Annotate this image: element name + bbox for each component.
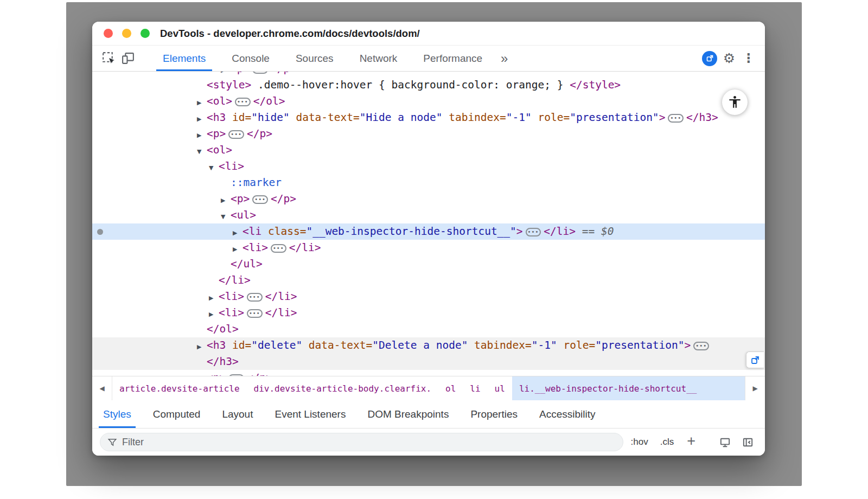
square-arrow-badge-icon[interactable] [700, 49, 719, 68]
settings-icon[interactable]: ⚙ [719, 49, 739, 68]
ellipsis-button[interactable]: ••• [668, 114, 684, 123]
sidebar-toggle-icon[interactable] [738, 432, 757, 452]
inspect-element-icon[interactable] [99, 49, 118, 68]
code-token: "hide" [251, 111, 289, 124]
close-button[interactable] [104, 29, 113, 38]
code-token: </p> [247, 127, 272, 140]
collapse-arrow-icon[interactable]: ▼ [197, 144, 207, 160]
collapse-arrow-icon[interactable]: ▼ [221, 209, 231, 225]
expand-arrow-icon[interactable]: ▶ [233, 225, 242, 241]
element-classes-button[interactable]: .cls [656, 437, 679, 447]
dom-node[interactable]: ▶<li>•••</li> [92, 289, 765, 305]
breadcrumb-item-li[interactable]: li [463, 376, 487, 400]
toggle-hover-state-button[interactable]: :hov [627, 437, 653, 447]
ellipsis-button[interactable]: ••• [228, 130, 244, 139]
sidebar-tab-event-listeners[interactable]: Event Listeners [264, 400, 356, 428]
expand-arrow-icon[interactable]: ▶ [233, 241, 242, 258]
square-arrow-float-icon[interactable] [746, 351, 764, 368]
expand-arrow-icon[interactable]: ▶ [209, 290, 219, 306]
code-token: > [659, 111, 666, 124]
code-token: class= [261, 225, 306, 238]
filter-input[interactable] [122, 437, 616, 448]
dom-node[interactable]: ▶<p>•••</p> [92, 370, 765, 376]
sidebar-tab-properties[interactable]: Properties [459, 400, 528, 428]
code-token: <li> [242, 241, 268, 254]
dom-node[interactable]: ▼<li> [92, 158, 765, 175]
expand-arrow-icon[interactable]: ▶ [221, 193, 231, 209]
ellipsis-button[interactable]: ••• [228, 374, 244, 376]
new-style-rule-button[interactable]: + [681, 433, 701, 450]
tab-network[interactable]: Network [347, 46, 411, 71]
code-token: data-text= [290, 111, 360, 124]
sidebar-tab-dom-breakpoints[interactable]: DOM Breakpoints [356, 400, 459, 428]
zoom-button[interactable] [141, 29, 150, 38]
expand-arrow-icon[interactable]: ▶ [197, 339, 207, 355]
ellipsis-button[interactable]: ••• [526, 228, 541, 236]
code-token: </ol> [207, 323, 239, 335]
breadcrumb-scroll-left-icon[interactable]: ◀ [92, 376, 112, 400]
expand-arrow-icon[interactable]: ▶ [197, 95, 207, 111]
code-token: </li> [265, 290, 297, 303]
dom-node[interactable]: ▶<li>•••</li> [92, 305, 765, 321]
dom-node[interactable]: ▼<ol> [92, 142, 765, 158]
collapse-arrow-icon[interactable]: ▼ [209, 160, 219, 176]
code-token: tabindex= [468, 339, 531, 351]
dom-node[interactable]: ▶<p>•••</p> [92, 72, 765, 77]
gear-glyph: ⚙ [723, 52, 735, 65]
dom-node-selected[interactable]: ▶<li class="__web-inspector-hide-shortcu… [92, 223, 765, 240]
breadcrumb-bar: ◀ article.devsite-articlediv.devsite-art… [92, 376, 765, 400]
code-token: <li> [219, 306, 244, 319]
styles-toolbar: :hov .cls + [92, 428, 765, 456]
minimize-button[interactable] [122, 29, 131, 38]
more-options-icon[interactable]: ⋮ [739, 49, 758, 68]
expand-arrow-icon[interactable]: ▶ [197, 127, 207, 144]
ellipsis-button[interactable]: ••• [247, 309, 263, 318]
expand-arrow-icon[interactable]: ▶ [197, 372, 207, 376]
panel-tabs: ElementsConsoleSourcesNetworkPerformance [150, 46, 495, 71]
accessibility-icon[interactable] [722, 89, 748, 115]
breadcrumb-item-div-devsite-article-body-clear[interactable]: div.devsite-article-body.clearfix. [247, 376, 439, 400]
breadcrumb-item-ol[interactable]: ol [438, 376, 463, 400]
breadcrumb-scroll-right-icon[interactable]: ▶ [745, 376, 765, 400]
dom-node[interactable]: ▶<ol>•••</ol> [92, 93, 765, 110]
dom-node[interactable]: ▶<p>•••</p> [92, 191, 765, 207]
dom-node[interactable]: <style> .demo--hover:hover { background-… [92, 77, 765, 93]
breadcrumb-item-li-web-inspector-hide-shortcut[interactable]: li.__web-inspector-hide-shortcut__ [512, 376, 745, 400]
expand-arrow-icon[interactable]: ▶ [197, 111, 207, 127]
dom-node[interactable]: ▶<h3 id="hide" data-text="Hide a node" t… [92, 110, 765, 126]
tab-elements[interactable]: Elements [150, 46, 219, 71]
dom-node[interactable]: ::marker [92, 175, 765, 191]
dom-node[interactable]: ▶<p>•••</p> [92, 126, 765, 142]
tab-console[interactable]: Console [219, 46, 283, 71]
dom-node[interactable]: </ol> [92, 321, 765, 337]
dom-node[interactable]: </ul> [92, 256, 765, 272]
dom-node[interactable]: ▶<li>•••</li> [92, 240, 765, 256]
gutter-dot [97, 229, 103, 235]
ellipsis-button[interactable]: ••• [252, 195, 268, 204]
tab-sources[interactable]: Sources [283, 46, 347, 71]
more-tabs-icon[interactable]: » [495, 51, 513, 66]
sidebar-tab-computed[interactable]: Computed [142, 400, 212, 428]
sidebar-tab-accessibility[interactable]: Accessibility [528, 400, 606, 428]
dom-node[interactable]: ▶<h3 id="delete" data-text="Delete a nod… [92, 337, 765, 354]
tab-performance[interactable]: Performance [410, 46, 495, 71]
dom-node[interactable]: </h3> [92, 354, 765, 370]
breadcrumb-item-ul[interactable]: ul [488, 376, 512, 400]
screen-icon[interactable] [715, 432, 735, 452]
breadcrumb-item-article-devsite-article[interactable]: article.devsite-article [112, 376, 247, 400]
code-token: <p> [231, 72, 250, 75]
code-token: <ol> [207, 95, 232, 107]
ellipsis-button[interactable]: ••• [247, 293, 263, 302]
ellipsis-button[interactable]: ••• [693, 342, 709, 350]
window-title: DevTools - developer.chrome.com/docs/dev… [160, 28, 420, 40]
ellipsis-button[interactable]: ••• [235, 98, 251, 106]
dom-node[interactable]: ▼<ul> [92, 207, 765, 223]
ellipsis-button[interactable]: ••• [271, 244, 286, 253]
sidebar-tab-layout[interactable]: Layout [211, 400, 264, 428]
dom-node[interactable]: </li> [92, 272, 765, 289]
code-token: tabindex= [442, 111, 506, 124]
sidebar-tab-styles[interactable]: Styles [92, 400, 142, 428]
expand-arrow-icon[interactable]: ▶ [209, 306, 219, 323]
device-toolbar-icon[interactable] [118, 49, 138, 68]
ellipsis-button[interactable]: ••• [252, 72, 268, 74]
